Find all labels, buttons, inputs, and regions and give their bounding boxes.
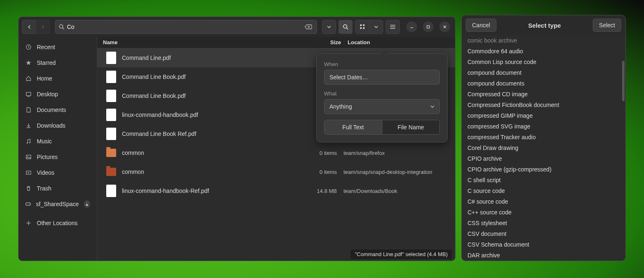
sidebar-item-desktop[interactable]: Desktop (19, 86, 97, 102)
file-name: linux-command-handbook.pdf (122, 112, 312, 118)
sidebar-item-home[interactable]: Home (19, 71, 97, 86)
type-list-item[interactable]: compressed SVG image (462, 121, 625, 132)
column-header-location[interactable]: Location (344, 39, 455, 45)
eject-icon[interactable]: ▲ (84, 200, 90, 208)
svg-point-21 (29, 142, 30, 143)
sidebar-item-label: Downloads (37, 122, 65, 129)
file-size: 0 items (312, 169, 340, 175)
sidebar-item-pictures[interactable]: Pictures (19, 149, 97, 165)
file-location: team/snap/snapd-desktop-integration (340, 169, 455, 175)
window-maximize-button[interactable] (423, 21, 434, 32)
search-filter-dropdown-button[interactable] (322, 20, 336, 34)
type-list-item[interactable]: compound documents (462, 78, 625, 89)
file-size: 0 items (312, 150, 340, 156)
type-list-item[interactable]: C shell script (462, 175, 625, 185)
file-row[interactable]: common0 itemsteam/snap/firefox (97, 143, 455, 162)
type-list-item[interactable]: Commodore 64 audio (462, 46, 625, 57)
search-field[interactable] (55, 20, 317, 34)
view-options-dropdown-button[interactable] (369, 20, 383, 34)
sidebar-item-downloads[interactable]: Downloads (19, 118, 97, 133)
back-button[interactable] (22, 20, 36, 34)
sidebar-item-documents[interactable]: Documents (19, 102, 97, 118)
sidebar-item-starred[interactable]: Starred (19, 55, 97, 71)
file-size: 14.8 MB (312, 188, 340, 194)
type-select-dropdown[interactable]: Anything (324, 99, 440, 114)
music-icon (25, 138, 32, 144)
type-list-item[interactable]: compressed Tracker audio (462, 132, 625, 143)
sidebar-other-locations[interactable]: Other Locations (19, 215, 97, 231)
search-mode-segmented: Full Text File Name (324, 120, 440, 135)
status-bar: "Command Line.pdf" selected (4.4 MB) (351, 249, 452, 259)
documents-icon (25, 107, 32, 113)
file-name: common (122, 169, 312, 175)
sidebar-item-recent[interactable]: Recent (19, 39, 97, 55)
trash-icon (25, 185, 32, 191)
search-toggle-button[interactable] (339, 20, 353, 34)
type-list-item[interactable]: DAR archive (462, 250, 625, 261)
scrollbar-thumb[interactable] (622, 61, 625, 101)
pdf-thumbnail-icon (106, 109, 116, 121)
sidebar-item-trash[interactable]: Trash (19, 181, 97, 196)
type-list-item[interactable]: Corel Draw drawing (462, 143, 625, 153)
type-list-item[interactable]: C# source code (462, 196, 625, 207)
file-row[interactable]: linux-command-handbook-Ref.pdf14.8 MBtea… (97, 181, 455, 200)
full-text-toggle[interactable]: Full Text (324, 120, 382, 134)
svg-rect-18 (26, 93, 31, 96)
clear-search-icon[interactable] (303, 22, 313, 32)
select-type-dialog: Cancel Select type Select comic book arc… (461, 15, 626, 261)
type-list-item[interactable]: C source code (462, 185, 625, 196)
places-sidebar: RecentStarredHomeDesktopDocumentsDownloa… (19, 37, 97, 261)
star-icon (25, 60, 32, 66)
chevron-down-icon (430, 105, 434, 109)
svg-point-20 (26, 142, 28, 143)
forward-button[interactable] (36, 20, 50, 34)
select-dates-button[interactable]: Select Dates… (324, 70, 440, 85)
svg-point-0 (60, 25, 63, 28)
file-manager-window: RecentStarredHomeDesktopDocumentsDownloa… (18, 17, 456, 261)
type-list[interactable]: comic book archiveCommodore 64 audioComm… (462, 35, 625, 261)
file-location: team/Downloads/Book (340, 188, 455, 194)
clock-icon (25, 44, 32, 50)
cancel-button[interactable]: Cancel (466, 19, 496, 32)
when-label: When (324, 61, 440, 67)
sidebar-item-videos[interactable]: Videos (19, 165, 97, 181)
videos-icon (25, 170, 32, 176)
desktop-icon (25, 91, 32, 97)
type-list-item[interactable]: CPIO archive (gzip-compressed) (462, 164, 625, 175)
select-button[interactable]: Select (593, 19, 621, 32)
sidebar-item-label: Desktop (37, 91, 58, 97)
sidebar-item-label: Home (37, 75, 52, 82)
sidebar-item-music[interactable]: Music (19, 133, 97, 149)
type-list-item[interactable]: CSV Schema document (462, 239, 625, 250)
type-list-item[interactable]: compressed GIMP image (462, 110, 625, 121)
type-list-item[interactable]: CSS stylesheet (462, 218, 625, 228)
svg-rect-9 (363, 27, 365, 29)
type-list-item[interactable]: C++ source code (462, 207, 625, 218)
window-minimize-button[interactable] (406, 21, 417, 32)
downloads-icon (25, 123, 32, 128)
type-list-item[interactable]: Common Lisp source code (462, 57, 625, 67)
file-row[interactable]: common0 itemsteam/snap/snapd-desktop-int… (97, 162, 455, 181)
type-list-item[interactable]: compound document (462, 67, 625, 78)
type-list-item[interactable]: comic book archive (462, 35, 625, 46)
type-list-item[interactable]: CPIO archive (462, 153, 625, 164)
type-list-item[interactable]: Compressed CD image (462, 89, 625, 100)
svg-point-26 (29, 204, 30, 204)
type-list-item[interactable]: Compressed FictionBook document (462, 100, 625, 110)
column-header-size[interactable]: Size (316, 39, 344, 45)
type-list-item[interactable]: CSV document (462, 228, 625, 239)
window-close-button[interactable] (439, 21, 450, 32)
column-header-name[interactable]: Name (97, 39, 316, 45)
search-input[interactable] (67, 24, 301, 30)
select-type-headerbar: Cancel Select type Select (462, 15, 625, 35)
icon-view-button[interactable] (355, 20, 369, 34)
file-name: Command Line Book Ref.pdf (122, 131, 312, 137)
hamburger-menu-button[interactable] (386, 20, 400, 34)
file-name: common (122, 150, 312, 156)
sidebar-item-sf_sharedspace[interactable]: sf_SharedSpace▲ (19, 196, 97, 212)
file-name-toggle[interactable]: File Name (382, 120, 440, 134)
folder-icon (106, 168, 116, 176)
column-headers[interactable]: Name Size Location (97, 37, 455, 48)
sidebar-item-label: Documents (37, 107, 66, 113)
sidebar-item-label: sf_SharedSpace (36, 201, 79, 207)
